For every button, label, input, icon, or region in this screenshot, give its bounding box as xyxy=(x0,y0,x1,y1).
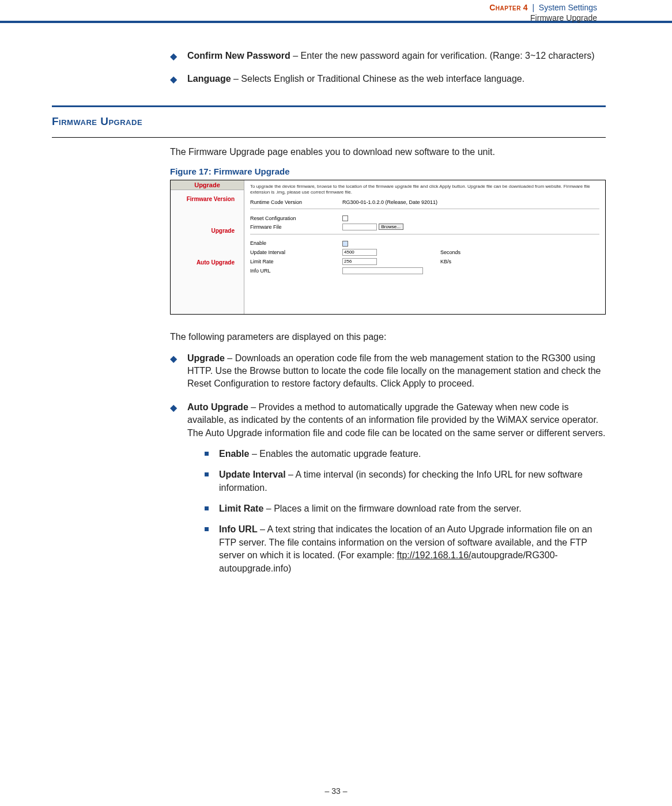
list-item: ◆ Confirm New Password – Enter the new p… xyxy=(170,50,606,62)
sub-item: Info URL – A text string that indicates … xyxy=(205,523,606,575)
breadcrumb-separator: | xyxy=(532,3,534,12)
sidebar-item-auto-upgrade[interactable]: Auto Upgrade xyxy=(174,259,240,266)
info-url-input[interactable] xyxy=(342,267,423,274)
square-icon xyxy=(205,527,209,531)
sidebar-item-upgrade[interactable]: Upgrade xyxy=(174,228,240,234)
term: Auto Upgrade xyxy=(187,402,248,412)
term-desc: – Places a limit on the firmware downloa… xyxy=(263,504,521,513)
section-title: Firmware Upgrade xyxy=(52,115,606,128)
reset-config-checkbox[interactable] xyxy=(342,215,348,221)
limit-rate-input[interactable]: 256 xyxy=(342,258,377,265)
runtime-version-value: RG300-01-1.0.2.0 (Release, Date 92011) xyxy=(342,199,440,205)
term-desc: – Enter the new password again for verif… xyxy=(290,51,595,60)
term-desc: – Selects English or Traditional Chinese… xyxy=(231,74,525,84)
diamond-icon: ◆ xyxy=(170,74,177,85)
content: ◆ Confirm New Password – Enter the new p… xyxy=(52,50,606,593)
term-desc: – Enables the automatic upgrade feature. xyxy=(249,449,421,459)
list-item: ◆ Language – Selects English or Traditio… xyxy=(170,73,606,85)
runtime-version-label: Runtime Code Version xyxy=(250,199,342,205)
intro-text: The Firmware Upgrade page enables you to… xyxy=(170,146,606,158)
screenshot: Upgrade Firmware Version Upgrade Auto Up… xyxy=(170,180,606,315)
term: Limit Rate xyxy=(219,504,263,513)
update-interval-label: Update Interval xyxy=(250,249,342,255)
breadcrumb: Chapter 4 | System Settings Firmware Upg… xyxy=(489,2,597,23)
limit-rate-unit: KB/s xyxy=(440,259,481,264)
term: Confirm New Password xyxy=(187,51,290,60)
diamond-icon: ◆ xyxy=(170,353,177,391)
breadcrumb-subsection: Firmware Upgrade xyxy=(489,13,597,23)
update-interval-unit: Seconds xyxy=(440,249,481,255)
info-url-label: Info URL xyxy=(250,268,342,274)
screenshot-sidebar: Upgrade Firmware Version Upgrade Auto Up… xyxy=(171,180,244,314)
browse-button[interactable]: Browse... xyxy=(379,224,403,230)
sub-item: Limit Rate – Places a limit on the firmw… xyxy=(205,502,606,515)
square-icon xyxy=(205,472,209,476)
update-interval-input[interactable]: 4500 xyxy=(342,249,377,256)
term-desc: – Provides a method to automatically upg… xyxy=(187,402,605,438)
firmware-file-label: Firmware File xyxy=(250,224,342,230)
header-bar: Chapter 4 | System Settings Firmware Upg… xyxy=(0,0,672,23)
square-icon xyxy=(205,452,209,456)
term: Upgrade xyxy=(187,353,225,363)
term-desc: – Downloads an operation code file from … xyxy=(187,353,601,389)
chapter-number: 4 xyxy=(523,3,528,12)
page: Chapter 4 | System Settings Firmware Upg… xyxy=(0,0,672,806)
term: Enable xyxy=(219,449,249,459)
term: Info URL xyxy=(219,524,258,534)
square-icon xyxy=(205,506,209,510)
info-url-example: ftp://192.168.1.16/ xyxy=(397,550,471,560)
sidebar-item-firmware-version[interactable]: Firmware Version xyxy=(174,196,240,202)
figure-caption: Figure 17: Firmware Upgrade xyxy=(170,167,606,176)
diamond-icon: ◆ xyxy=(170,51,177,62)
sub-item: Update Interval – A time interval (in se… xyxy=(205,468,606,494)
diamond-icon: ◆ xyxy=(170,402,177,583)
enable-label: Enable xyxy=(250,240,342,246)
sub-item: Enable – Enables the automatic upgrade f… xyxy=(205,448,606,460)
screenshot-sidebar-title: Upgrade xyxy=(171,180,244,190)
section-rule xyxy=(52,105,606,107)
screenshot-main: To upgrade the device firmware, browse t… xyxy=(244,180,605,314)
chapter-label: Chapter xyxy=(489,3,521,12)
reset-config-label: Reset Configuration xyxy=(250,215,342,221)
screenshot-description: To upgrade the device firmware, browse t… xyxy=(250,184,599,195)
enable-checkbox[interactable] xyxy=(342,241,348,247)
params-intro: The following parameters are displayed o… xyxy=(170,331,606,343)
firmware-file-input[interactable] xyxy=(342,224,377,230)
section-subline xyxy=(52,137,606,138)
term: Update Interval xyxy=(219,470,286,479)
breadcrumb-section: System Settings xyxy=(539,3,597,12)
list-item: ◆ Upgrade – Downloads an operation code … xyxy=(170,352,606,391)
limit-rate-label: Limit Rate xyxy=(250,259,342,264)
list-item: ◆ Auto Upgrade – Provides a method to au… xyxy=(170,401,606,583)
term: Language xyxy=(187,74,231,84)
page-number: – 33 – xyxy=(0,786,672,796)
